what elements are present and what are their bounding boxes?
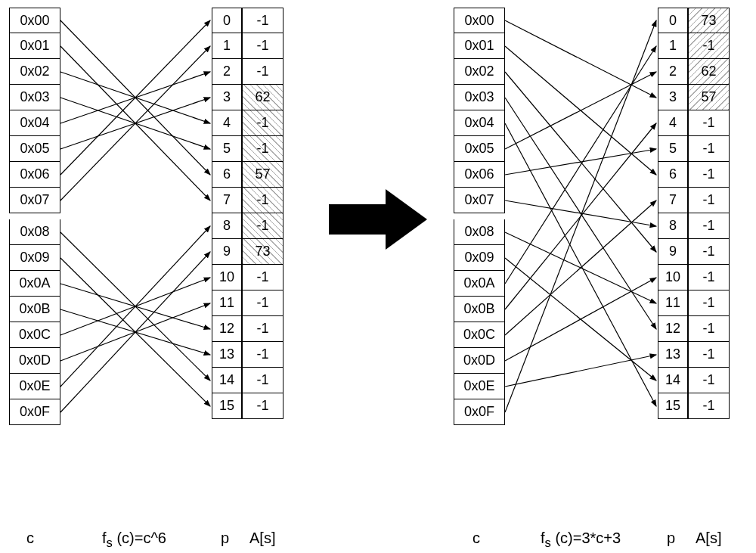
label-p-right: p — [667, 530, 675, 547]
table-cell: 0x0F — [9, 399, 60, 425]
table-cell: 1 — [212, 33, 242, 59]
table-cell: 1 — [658, 33, 688, 59]
svg-line-9 — [60, 258, 210, 406]
table-cell: 11 — [212, 290, 242, 316]
table-cell: 3 — [212, 85, 242, 110]
func-text-left: fs (c)=c^6 — [102, 530, 166, 546]
svg-line-28 — [505, 200, 656, 335]
table-cell: -1 — [688, 393, 730, 419]
label-c-left: c — [26, 530, 34, 547]
svg-line-19 — [505, 98, 656, 329]
table-cell: 13 — [212, 342, 242, 368]
table-cell: -1 — [688, 239, 730, 265]
diagram-root: 0x000x010x020x030x040x050x060x070x080x09… — [0, 0, 756, 553]
table-cell: 2 — [658, 59, 688, 85]
transform-arrow-icon — [329, 185, 427, 253]
table-cell: 0x0F — [454, 399, 505, 425]
left-c-column: 0x000x010x020x030x040x050x060x070x080x09… — [9, 8, 60, 425]
table-cell: 12 — [212, 316, 242, 342]
table-cell: -1 — [688, 368, 730, 393]
table-cell: -1 — [242, 59, 284, 85]
table-cell: -1 — [242, 265, 284, 290]
table-cell: 8 — [212, 213, 242, 239]
left-a-column: -1-1-162-1-157-1-173-1-1-1-1-1-1 — [242, 8, 284, 419]
table-cell: 6 — [212, 162, 242, 188]
table-cell: -1 — [242, 290, 284, 316]
svg-line-29 — [505, 278, 656, 361]
svg-line-3 — [60, 98, 210, 149]
svg-line-4 — [60, 72, 210, 123]
table-cell: 7 — [658, 188, 688, 213]
table-cell: -1 — [242, 393, 284, 419]
table-cell: 15 — [658, 393, 688, 419]
table-cell: -1 — [688, 290, 730, 316]
table-cell: 4 — [658, 110, 688, 136]
table-cell: 62 — [688, 59, 730, 85]
table-cell: 8 — [658, 213, 688, 239]
svg-line-11 — [60, 309, 210, 355]
label-a-right: A[s] — [696, 530, 721, 547]
table-cell: -1 — [688, 316, 730, 342]
table-cell: -1 — [242, 136, 284, 162]
table-cell: 0x04 — [9, 110, 60, 136]
table-cell: 0x0E — [454, 374, 505, 399]
svg-line-6 — [60, 20, 210, 175]
table-cell: 0x0C — [9, 322, 60, 348]
table-cell: -1 — [688, 188, 730, 213]
table-cell: 0x03 — [9, 85, 60, 110]
svg-line-22 — [505, 149, 656, 175]
svg-line-14 — [60, 226, 210, 387]
table-cell: 2 — [212, 59, 242, 85]
table-cell: 0x02 — [9, 59, 60, 85]
label-a-left: A[s] — [249, 530, 275, 547]
left-mapping-lines — [0, 0, 756, 553]
label-p-left: p — [221, 530, 229, 547]
label-func-left: fs (c)=c^6 — [102, 530, 166, 551]
table-cell: 0x0C — [454, 322, 505, 348]
table-cell: -1 — [242, 33, 284, 59]
label-c-right: c — [472, 530, 480, 547]
table-cell: 0x07 — [454, 188, 505, 213]
svg-line-13 — [60, 303, 210, 361]
right-mapping-lines — [0, 0, 756, 553]
table-cell: 7 — [212, 188, 242, 213]
table-cell: -1 — [242, 368, 284, 393]
svg-line-31 — [505, 20, 656, 412]
table-cell: 12 — [658, 316, 688, 342]
table-cell: 0x0A — [9, 271, 60, 297]
table-cell: 15 — [212, 393, 242, 419]
table-cell: 0x06 — [454, 162, 505, 188]
table-cell: 0x04 — [454, 110, 505, 136]
table-cell: 3 — [658, 85, 688, 110]
svg-line-1 — [60, 46, 210, 200]
table-cell: 5 — [658, 136, 688, 162]
table-cell: 0x0B — [454, 297, 505, 322]
table-cell: 0x0B — [9, 297, 60, 322]
table-cell: 0x0A — [454, 271, 505, 297]
table-cell: 0x05 — [9, 136, 60, 162]
left-p-column: 0123456789101112131415 — [212, 8, 242, 419]
svg-line-23 — [505, 200, 656, 226]
svg-line-0 — [60, 20, 210, 175]
table-cell: 0x0E — [9, 374, 60, 399]
right-a-column: 73-16257-1-1-1-1-1-1-1-1-1-1-1-1 — [688, 8, 730, 419]
table-cell: -1 — [688, 213, 730, 239]
table-cell: 9 — [658, 239, 688, 265]
table-cell: 14 — [658, 368, 688, 393]
table-cell: -1 — [688, 33, 730, 59]
table-cell: 0 — [212, 8, 242, 33]
table-cell: -1 — [242, 342, 284, 368]
func-text-right: fs (c)=3*c+3 — [541, 530, 621, 546]
table-cell: -1 — [242, 316, 284, 342]
table-cell: 0x05 — [454, 136, 505, 162]
table-cell: 14 — [212, 368, 242, 393]
table-cell: -1 — [688, 162, 730, 188]
svg-line-24 — [505, 232, 656, 303]
table-cell: 57 — [688, 85, 730, 110]
table-cell: -1 — [688, 265, 730, 290]
svg-line-10 — [60, 284, 210, 329]
svg-line-20 — [505, 123, 656, 406]
table-cell: 13 — [658, 342, 688, 368]
table-cell: -1 — [688, 110, 730, 136]
table-cell: -1 — [242, 110, 284, 136]
